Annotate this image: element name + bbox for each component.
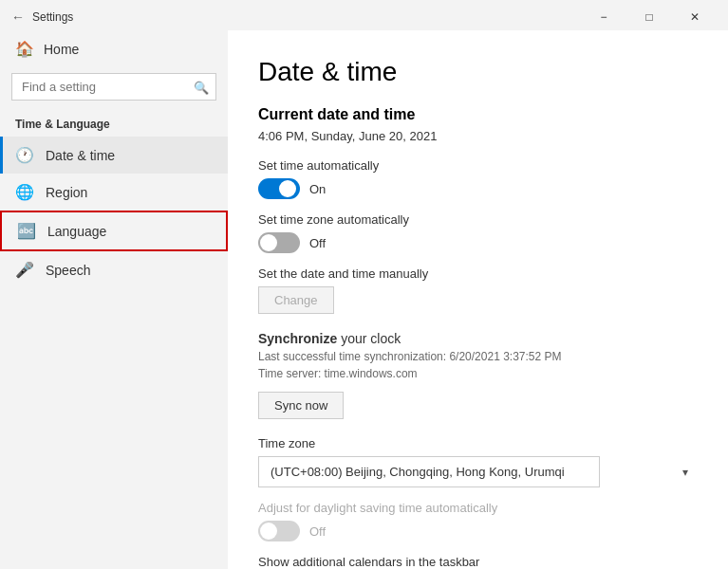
set-timezone-auto-status: Off: [309, 236, 326, 250]
daylight-row: Adjust for daylight saving time automati…: [258, 501, 698, 541]
sync-desc-line2: Time server: time.windows.com: [258, 367, 698, 380]
additional-calendars-row: Show additional calendars in the taskbar…: [258, 555, 698, 569]
language-label: Language: [47, 224, 106, 239]
additional-calendars-label: Show additional calendars in the taskbar: [258, 555, 698, 569]
timezone-row: Time zone (UTC+08:00) Beijing, Chongqing…: [258, 436, 698, 487]
set-timezone-auto-thumb: [260, 234, 277, 251]
sidebar-item-speech[interactable]: 🎤 Speech: [0, 251, 228, 288]
sidebar-item-date-time[interactable]: 🕐 Date & time: [0, 137, 228, 174]
timezone-dropdown-wrap: (UTC+08:00) Beijing, Chongqing, Hong Kon…: [258, 456, 698, 487]
set-timezone-auto-row: Set time zone automatically Off: [258, 212, 698, 253]
page-title: Date & time: [258, 57, 698, 87]
set-timezone-auto-label: Set time zone automatically: [258, 212, 698, 227]
titlebar-controls: − □ ✕: [582, 6, 717, 28]
main-layout: 🏠 Home 🔍 Time & Language 🕐 Date & time 🌐…: [0, 30, 728, 569]
daylight-label: Adjust for daylight saving time automati…: [258, 501, 698, 515]
change-button[interactable]: Change: [258, 286, 334, 314]
daylight-status: Off: [309, 524, 326, 539]
sync-section: Synchronize your clock Last successful t…: [258, 331, 698, 419]
set-datetime-manually-label: Set the date and time manually: [258, 266, 698, 281]
sidebar-section-label: Time & Language: [0, 106, 228, 137]
titlebar: ← Settings − □ ✕: [0, 0, 728, 30]
daylight-thumb: [260, 523, 277, 540]
date-time-icon: 🕐: [15, 146, 34, 164]
home-icon: 🏠: [15, 40, 34, 58]
titlebar-title: Settings: [32, 10, 73, 24]
set-time-auto-row: Set time automatically On: [258, 158, 698, 199]
current-datetime: 4:06 PM, Sunday, June 20, 2021: [258, 129, 698, 143]
date-time-label: Date & time: [46, 148, 115, 163]
speech-icon: 🎤: [15, 261, 34, 279]
set-time-auto-status: On: [309, 182, 326, 196]
timezone-dropdown[interactable]: (UTC+08:00) Beijing, Chongqing, Hong Kon…: [258, 456, 600, 487]
set-time-auto-label: Set time automatically: [258, 158, 698, 173]
set-time-auto-toggle[interactable]: [258, 178, 300, 199]
maximize-button[interactable]: □: [627, 6, 671, 28]
sidebar-item-region[interactable]: 🌐 Region: [0, 174, 228, 211]
set-timezone-auto-toggle[interactable]: [258, 232, 300, 253]
search-input[interactable]: [11, 73, 216, 101]
daylight-toggle-wrap: Off: [258, 521, 698, 541]
speech-label: Speech: [46, 263, 90, 278]
content-area: Date & time Current date and time 4:06 P…: [228, 30, 728, 569]
set-time-auto-toggle-wrap: On: [258, 178, 698, 199]
minimize-button[interactable]: −: [582, 6, 625, 28]
synchronize-label: Synchronize: [258, 331, 341, 346]
close-button[interactable]: ✕: [673, 6, 717, 28]
set-timezone-auto-toggle-wrap: Off: [258, 232, 698, 253]
titlebar-left: ← Settings: [11, 9, 73, 25]
sidebar: 🏠 Home 🔍 Time & Language 🕐 Date & time 🌐…: [0, 30, 228, 569]
sync-now-button[interactable]: Sync now: [258, 392, 344, 419]
sidebar-item-home[interactable]: 🏠 Home: [0, 30, 228, 67]
sync-title: Synchronize your clock: [258, 331, 698, 346]
search-icon: 🔍: [194, 80, 209, 94]
set-datetime-manually-row: Set the date and time manually Change: [258, 266, 698, 314]
back-icon[interactable]: ←: [11, 9, 25, 25]
your-clock-label: your clock: [341, 331, 401, 346]
timezone-label: Time zone: [258, 436, 698, 450]
sync-desc-line1: Last successful time synchronization: 6/…: [258, 350, 698, 363]
daylight-toggle[interactable]: [258, 521, 300, 541]
region-icon: 🌐: [15, 183, 34, 201]
sidebar-item-language[interactable]: 🔤 Language: [0, 211, 228, 251]
home-label: Home: [44, 42, 79, 57]
set-time-auto-thumb: [279, 180, 296, 197]
region-label: Region: [46, 185, 87, 200]
language-icon: 🔤: [17, 222, 36, 240]
current-date-section-title: Current date and time: [258, 106, 698, 123]
timezone-dropdown-arrow: ▾: [682, 466, 688, 479]
sidebar-search-wrap: 🔍: [11, 73, 216, 101]
